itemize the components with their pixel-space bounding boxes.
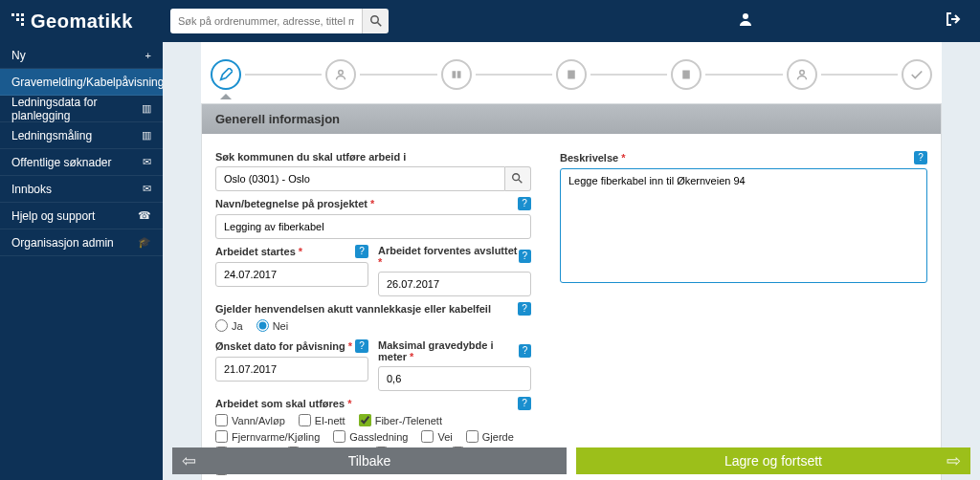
work-type-option[interactable]: Gjerde bbox=[466, 430, 514, 443]
user-icon bbox=[335, 69, 346, 80]
form-panel: Generell informasjon Søk kommunen du ska… bbox=[201, 103, 942, 480]
back-button[interactable]: ⇦ Tilbake bbox=[172, 447, 567, 474]
pencil-icon bbox=[219, 68, 233, 81]
grid-icon: ▥ bbox=[142, 129, 151, 142]
graduation-icon: 🎓 bbox=[138, 236, 151, 249]
next-label: Lagre og fortsett bbox=[724, 453, 822, 469]
work-type-option[interactable]: Gassledning bbox=[333, 430, 408, 443]
kommune-input[interactable] bbox=[215, 166, 505, 191]
dybde-input[interactable] bbox=[378, 366, 531, 391]
sidebar-item-offentlige[interactable]: Offentlige søknader ✉ bbox=[0, 149, 163, 176]
back-label: Tilbake bbox=[348, 453, 391, 469]
brand-text: Geomatikk bbox=[31, 11, 133, 33]
content: Generell informasjon Søk kommunen du ska… bbox=[163, 42, 980, 480]
search-input[interactable] bbox=[170, 9, 362, 33]
user-icon bbox=[796, 69, 808, 80]
svg-rect-1 bbox=[16, 13, 19, 16]
work-type-option[interactable]: Fjernvarme/Kjøling bbox=[215, 430, 320, 443]
sidebar-item-admin[interactable]: Organisasjon admin 🎓 bbox=[0, 229, 163, 256]
kommune-label: Søk kommunen du skal utføre arbeid i bbox=[215, 151, 531, 163]
akutt-label: Gjelder henvendelsen akutt vannlekkasje … bbox=[215, 303, 491, 315]
main: Generell informasjon Søk kommunen du ska… bbox=[163, 0, 980, 480]
work-type-option[interactable]: El-nett bbox=[299, 414, 345, 426]
doc-icon bbox=[566, 69, 577, 80]
step-2[interactable] bbox=[325, 59, 356, 90]
help-icon[interactable]: ? bbox=[518, 302, 531, 316]
navn-input[interactable] bbox=[215, 214, 531, 239]
radio-nei[interactable]: Nei bbox=[256, 319, 289, 332]
sidebar: Geomatikk Ny + Gravemelding/Kabelpåvisni… bbox=[0, 0, 163, 480]
arrow-left-icon: ⇦ bbox=[182, 450, 196, 471]
help-icon[interactable]: ? bbox=[355, 245, 368, 258]
help-icon[interactable]: ? bbox=[355, 339, 368, 353]
kommune-search-button[interactable] bbox=[505, 166, 531, 191]
step-3[interactable] bbox=[441, 59, 472, 90]
search-icon bbox=[370, 15, 382, 27]
step-1[interactable] bbox=[211, 59, 241, 90]
start-date-input[interactable] bbox=[215, 262, 368, 287]
onsket-label: Ønsket dato for påvisning * bbox=[215, 340, 352, 352]
sidebar-item-label: Gravemelding/Kabelpåvisning bbox=[11, 76, 164, 89]
user-icon bbox=[738, 11, 753, 27]
user-menu[interactable] bbox=[726, 11, 765, 31]
logo-dots-icon bbox=[11, 13, 27, 29]
svg-rect-5 bbox=[21, 23, 24, 26]
work-type-option[interactable]: Vei bbox=[421, 430, 452, 443]
sidebar-item-gravemelding[interactable]: Gravemelding/Kabelpåvisning 👤 bbox=[0, 69, 163, 96]
stepper bbox=[201, 42, 942, 103]
help-icon[interactable]: ? bbox=[518, 397, 531, 410]
svg-rect-4 bbox=[21, 18, 24, 21]
svg-rect-11 bbox=[457, 71, 460, 78]
help-icon[interactable]: ? bbox=[914, 151, 927, 164]
mail-icon: ✉ bbox=[143, 156, 151, 168]
help-icon[interactable]: ? bbox=[519, 250, 531, 263]
next-button[interactable]: Lagre og fortsett ⇨ bbox=[576, 447, 970, 474]
step-6[interactable] bbox=[787, 59, 817, 90]
slutt-date-input[interactable] bbox=[378, 272, 531, 296]
mail-icon: ✉ bbox=[143, 183, 151, 195]
svg-rect-10 bbox=[452, 71, 456, 78]
grid-icon: ▥ bbox=[142, 102, 151, 115]
svg-rect-3 bbox=[16, 18, 19, 21]
doc-icon bbox=[680, 69, 692, 80]
radio-ja[interactable]: Ja bbox=[215, 319, 243, 332]
sidebar-item-label: Ledningsmåling bbox=[11, 129, 92, 142]
start-label: Arbeidet startes * bbox=[215, 246, 302, 257]
sidebar-item-label: Hjelp og support bbox=[11, 209, 95, 223]
sidebar-item-label: Ledningsdata for planlegging bbox=[11, 96, 142, 122]
sidebar-item-ledningsdata[interactable]: Ledningsdata for planlegging ▥ bbox=[0, 96, 163, 122]
svg-line-16 bbox=[519, 179, 522, 182]
svg-rect-12 bbox=[568, 71, 575, 79]
work-type-option[interactable]: Fiber-/Telenett bbox=[359, 414, 442, 426]
phone-icon: ☎ bbox=[138, 209, 151, 222]
book-icon bbox=[451, 69, 462, 80]
arrow-right-icon: ⇨ bbox=[947, 450, 961, 471]
beskrivelse-textarea[interactable] bbox=[560, 168, 927, 283]
svg-line-7 bbox=[377, 23, 381, 27]
help-icon[interactable]: ? bbox=[519, 344, 531, 358]
svg-point-9 bbox=[339, 71, 344, 76]
logout-button[interactable] bbox=[934, 11, 972, 31]
help-icon[interactable]: ? bbox=[518, 197, 531, 210]
sidebar-item-ledningsmaling[interactable]: Ledningsmåling ▥ bbox=[0, 122, 163, 149]
wizard-footer: ⇦ Tilbake Lagre og fortsett ⇨ bbox=[163, 447, 980, 480]
svg-point-6 bbox=[370, 16, 378, 24]
beskr-label: Beskrivelse * bbox=[560, 152, 626, 164]
sidebar-item-label: Organisasjon admin bbox=[11, 236, 114, 250]
svg-point-15 bbox=[513, 173, 520, 180]
sidebar-item-hjelp[interactable]: Hjelp og support ☎ bbox=[0, 203, 163, 229]
logout-icon bbox=[946, 11, 961, 27]
svg-rect-0 bbox=[11, 13, 14, 16]
sidebar-item-innboks[interactable]: Innboks ✉ bbox=[0, 176, 163, 203]
sidebar-item-ny[interactable]: Ny + bbox=[0, 42, 163, 69]
slutt-label: Arbeidet forventes avsluttet * bbox=[378, 245, 519, 268]
step-4[interactable] bbox=[556, 59, 587, 90]
work-type-option[interactable]: Vann/Avløp bbox=[215, 414, 285, 426]
sidebar-item-label: Ny bbox=[11, 49, 26, 62]
step-7[interactable] bbox=[902, 59, 932, 90]
search-button[interactable] bbox=[362, 9, 389, 33]
step-5[interactable] bbox=[671, 59, 702, 90]
brand-logo: Geomatikk bbox=[0, 0, 163, 42]
sidebar-item-label: Offentlige søknader bbox=[11, 156, 112, 169]
onsket-date-input[interactable] bbox=[215, 357, 368, 382]
